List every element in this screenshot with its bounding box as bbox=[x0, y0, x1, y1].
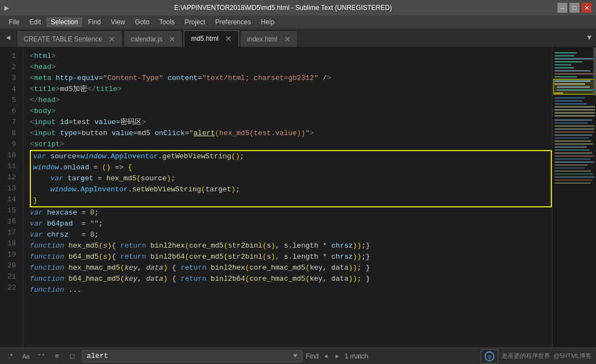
svg-rect-33 bbox=[555, 149, 589, 151]
code-line-12: var target = hex_md5(source); bbox=[33, 173, 549, 184]
tab-close-calendar[interactable]: ✕ bbox=[169, 35, 175, 44]
menu-bar: File Edit Selection Find View Goto Tools… bbox=[0, 15, 596, 29]
code-line-13: window.AppInventor.setWebViewString(targ… bbox=[33, 184, 549, 195]
tab-close-md5[interactable]: ✕ bbox=[225, 34, 232, 43]
code-line-14: } bbox=[33, 195, 549, 206]
code-line-10: var source=window.AppInventor.getWebView… bbox=[33, 151, 549, 162]
code-line-9: <script> bbox=[30, 139, 552, 150]
editor-container: 12345 678910 1112131415 1617181920 2122 … bbox=[0, 47, 596, 347]
menu-goto[interactable]: Goto bbox=[131, 17, 154, 27]
close-button[interactable]: ✕ bbox=[582, 3, 592, 13]
wrap-toggle[interactable]: □ bbox=[66, 350, 78, 362]
svg-rect-19 bbox=[555, 106, 595, 108]
code-line-5: </head> bbox=[30, 95, 552, 106]
menu-selection[interactable]: Selection bbox=[46, 17, 82, 27]
code-line-15: var hexcase = 0; bbox=[30, 207, 552, 218]
svg-rect-30 bbox=[555, 141, 591, 142]
svg-rect-42 bbox=[555, 176, 594, 178]
tab-close-index[interactable]: ✕ bbox=[284, 35, 291, 44]
svg-rect-11 bbox=[555, 81, 590, 82]
word-toggle[interactable]: " " bbox=[35, 350, 47, 362]
svg-rect-41 bbox=[555, 173, 593, 174]
svg-text:老: 老 bbox=[487, 355, 492, 360]
watermark-text: 老巫婆的程序世界 bbox=[502, 352, 550, 360]
find-input[interactable] bbox=[87, 352, 293, 360]
maximize-button[interactable]: □ bbox=[570, 3, 579, 13]
code-line-6: <body> bbox=[30, 106, 552, 117]
code-line-8: <input type=button value=md5 onClick="al… bbox=[30, 128, 552, 139]
menu-preferences[interactable]: Preferences bbox=[211, 17, 256, 27]
svg-rect-35 bbox=[555, 156, 594, 157]
code-line-1: <html> bbox=[30, 51, 552, 62]
tab-calendar[interactable]: calendar.js ✕ bbox=[124, 30, 183, 47]
list-results[interactable]: ≡ bbox=[51, 350, 63, 362]
code-line-18: function hex_md5(s){ return binl2hex(cor… bbox=[30, 240, 552, 251]
find-prev[interactable]: ◀ bbox=[322, 351, 330, 361]
tab-nav-left[interactable]: ◀ bbox=[0, 28, 17, 47]
svg-rect-43 bbox=[555, 179, 592, 180]
svg-rect-36 bbox=[555, 158, 590, 159]
tab-close-create[interactable]: ✕ bbox=[109, 35, 115, 44]
code-line-11: window.onload = () => { bbox=[33, 162, 549, 173]
svg-rect-15 bbox=[555, 93, 563, 94]
svg-rect-27 bbox=[555, 131, 594, 132]
svg-rect-29 bbox=[555, 137, 589, 138]
menu-project[interactable]: Project bbox=[180, 17, 210, 27]
title-bar: ▶ E:\APPINVENTOR2018\MD5\md5.html - Subl… bbox=[0, 0, 596, 15]
svg-rect-37 bbox=[555, 162, 594, 163]
menu-tools[interactable]: Tools bbox=[155, 17, 179, 27]
svg-rect-8 bbox=[555, 73, 594, 74]
svg-rect-25 bbox=[555, 125, 594, 126]
svg-rect-45 bbox=[593, 47, 596, 95]
tab-bar: ◀ CREATE TABLE Sentence ✕ calendar.js ✕ … bbox=[0, 29, 596, 47]
match-count: 1 match bbox=[345, 352, 369, 360]
find-dropdown-arrow[interactable]: ▼ bbox=[293, 352, 297, 360]
tab-md5[interactable]: md5.html ✕ bbox=[184, 30, 238, 47]
menu-help[interactable]: Help bbox=[257, 17, 279, 27]
tab-index[interactable]: index.html ✕ bbox=[240, 30, 298, 47]
menu-edit[interactable]: Edit bbox=[25, 17, 45, 27]
tab-create-table[interactable]: CREATE TABLE Sentence ✕ bbox=[17, 30, 123, 47]
svg-rect-16 bbox=[555, 97, 585, 98]
menu-find[interactable]: Find bbox=[83, 17, 105, 27]
find-label: Find bbox=[306, 352, 318, 360]
code-line-3: <meta http-equiv="Content-Type" content=… bbox=[30, 73, 552, 84]
watermark-icon: 老 bbox=[482, 350, 497, 363]
code-area[interactable]: <html> <head> <meta http-equiv="Content-… bbox=[23, 47, 552, 347]
code-line-4: <title>md5加密</title> bbox=[30, 84, 552, 95]
svg-rect-13 bbox=[557, 87, 590, 88]
code-line-20: function hex_hmac_md5(key, data) { retur… bbox=[30, 263, 552, 274]
svg-rect-23 bbox=[555, 120, 592, 121]
svg-rect-9 bbox=[555, 76, 577, 77]
svg-rect-18 bbox=[555, 103, 587, 104]
svg-rect-3 bbox=[555, 58, 593, 60]
svg-rect-2 bbox=[555, 55, 574, 56]
svg-rect-12 bbox=[555, 83, 585, 84]
svg-rect-4 bbox=[555, 61, 582, 62]
svg-rect-14 bbox=[557, 89, 594, 90]
svg-rect-40 bbox=[555, 170, 591, 172]
svg-rect-6 bbox=[555, 67, 574, 68]
find-input-container: ▼ bbox=[82, 350, 302, 362]
tab-overflow[interactable]: ▼ bbox=[583, 28, 596, 47]
regex-toggle[interactable]: .* bbox=[4, 350, 17, 362]
find-next[interactable]: ▶ bbox=[333, 351, 342, 361]
minimap-svg bbox=[552, 47, 596, 347]
code-line-21: function b64_hmac_md5(key, data) { retur… bbox=[30, 274, 552, 285]
svg-rect-44 bbox=[555, 183, 590, 184]
code-line-22: function ... bbox=[30, 285, 552, 296]
svg-rect-32 bbox=[555, 147, 587, 148]
code-line-2: <head> bbox=[30, 62, 552, 73]
svg-rect-28 bbox=[555, 135, 592, 136]
highlighted-block: var source=window.AppInventor.getWebView… bbox=[30, 150, 552, 207]
menu-view[interactable]: View bbox=[107, 17, 130, 27]
minimize-button[interactable]: – bbox=[557, 3, 567, 13]
svg-rect-26 bbox=[555, 129, 594, 130]
svg-rect-24 bbox=[555, 122, 588, 124]
menu-file[interactable]: File bbox=[4, 17, 24, 27]
code-line-7: <input id=test value=密码区> bbox=[30, 117, 552, 128]
case-toggle[interactable]: Aa bbox=[20, 350, 32, 362]
svg-rect-21 bbox=[555, 113, 595, 114]
svg-rect-31 bbox=[555, 143, 593, 144]
svg-rect-5 bbox=[555, 64, 571, 65]
